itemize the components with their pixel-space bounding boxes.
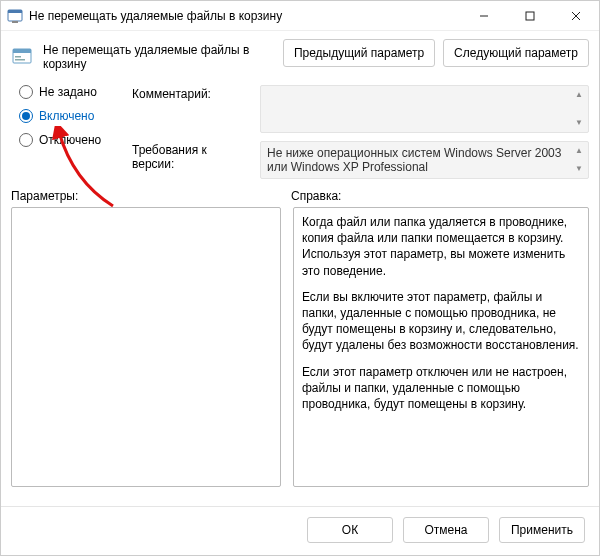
- help-paragraph: Если вы включите этот параметр, файлы и …: [302, 289, 580, 354]
- scroll-up-icon[interactable]: ▲: [572, 88, 586, 102]
- svg-rect-2: [12, 21, 18, 23]
- comment-label: Комментарий:: [132, 85, 252, 133]
- page-title: Не перемещать удаляемые файлы в корзину: [43, 43, 273, 71]
- svg-rect-10: [15, 59, 25, 61]
- version-label: Требования к версии:: [132, 141, 252, 179]
- comment-field[interactable]: ▲ ▼: [260, 85, 589, 133]
- footer: ОК Отмена Применить: [1, 506, 599, 555]
- scroll-down-icon[interactable]: ▼: [572, 162, 586, 176]
- radio-label: Включено: [39, 109, 94, 123]
- svg-rect-4: [526, 12, 534, 20]
- help-pane: Когда файл или папка удаляется в проводн…: [293, 207, 589, 487]
- radio-label: Отключено: [39, 133, 101, 147]
- scroll-down-icon[interactable]: ▼: [572, 116, 586, 130]
- apply-button[interactable]: Применить: [499, 517, 585, 543]
- help-label: Справка:: [291, 189, 589, 203]
- header: Не перемещать удаляемые файлы в корзину …: [1, 31, 599, 71]
- next-setting-button[interactable]: Следующий параметр: [443, 39, 589, 67]
- radio-enabled[interactable]: Включено: [19, 109, 124, 123]
- window-title: Не перемещать удаляемые файлы в корзину: [29, 9, 461, 23]
- radio-icon: [19, 133, 33, 147]
- params-pane: [11, 207, 281, 487]
- version-text: Не ниже операционных систем Windows Serv…: [267, 146, 561, 174]
- policy-icon: [11, 45, 35, 69]
- titlebar: Не перемещать удаляемые файлы в корзину: [1, 1, 599, 31]
- scroll-up-icon[interactable]: ▲: [572, 144, 586, 158]
- svg-rect-9: [15, 56, 21, 58]
- radio-label: Не задано: [39, 85, 97, 99]
- radio-not-configured[interactable]: Не задано: [19, 85, 124, 99]
- maximize-button[interactable]: [507, 1, 553, 31]
- minimize-button[interactable]: [461, 1, 507, 31]
- radio-icon: [19, 109, 33, 123]
- params-label: Параметры:: [11, 189, 281, 203]
- svg-rect-1: [8, 10, 22, 13]
- cancel-button[interactable]: Отмена: [403, 517, 489, 543]
- app-icon: [7, 8, 23, 24]
- svg-rect-8: [13, 49, 31, 53]
- help-paragraph: Когда файл или папка удаляется в проводн…: [302, 214, 580, 279]
- ok-button[interactable]: ОК: [307, 517, 393, 543]
- version-field: Не ниже операционных систем Windows Serv…: [260, 141, 589, 179]
- radio-icon: [19, 85, 33, 99]
- previous-setting-button[interactable]: Предыдущий параметр: [283, 39, 435, 67]
- state-radio-group: Не задано Включено Отключено: [19, 85, 124, 179]
- radio-disabled[interactable]: Отключено: [19, 133, 124, 147]
- close-button[interactable]: [553, 1, 599, 31]
- help-paragraph: Если этот параметр отключен или не настр…: [302, 364, 580, 413]
